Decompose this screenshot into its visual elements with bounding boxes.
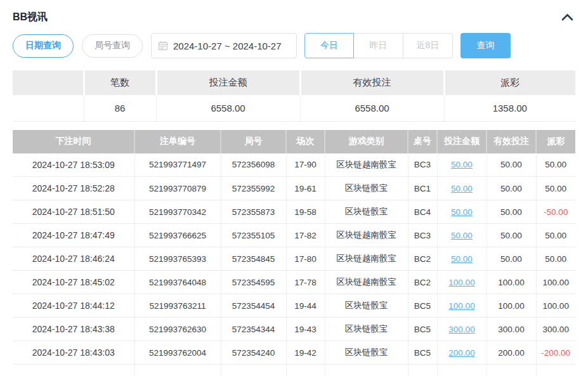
- cell-session: 19-58: [286, 200, 325, 224]
- cell-valid-bet: 50.00: [487, 177, 536, 200]
- cell-game-type: 区块链骰宝: [325, 177, 408, 200]
- cell-game-type: 区块链越南骰宝: [325, 271, 408, 294]
- cell-bet-time: 2024-10-27 18:52:28: [13, 177, 134, 200]
- cell-payout: 50.00: [536, 177, 575, 200]
- summary-total-row: 866558.006558.001358.00: [13, 95, 575, 121]
- cell-round-id: 572354845: [221, 247, 286, 271]
- bb-video-panel: BB视讯 日期查询 局号查询 2024-10-27 ~ 2024-10-27: [0, 0, 588, 376]
- cell-bet-time: 2024-10-27 18:43:03: [13, 341, 134, 365]
- bet-amount-link[interactable]: 50.00: [451, 207, 473, 217]
- cell-bet-amount: 50.00: [437, 200, 487, 224]
- detail-header-cell: 桌号: [408, 130, 437, 153]
- bet-amount-link[interactable]: 100.00: [448, 278, 474, 287]
- cell-payout: -50.00: [536, 200, 575, 224]
- cell-bet-id: 521993770342: [134, 200, 221, 224]
- table-row: 2024-10-27 18:47:49521993766625572355105…: [13, 224, 575, 247]
- empty-cell: [325, 365, 408, 376]
- cell-round-id: 572354595: [221, 271, 286, 294]
- summary-header-cell: 有效投注: [300, 70, 444, 95]
- cell-game-type: 区块链骰宝: [325, 318, 408, 341]
- cell-session: 17-90: [286, 153, 325, 177]
- detail-header-cell: 场次: [286, 130, 325, 153]
- empty-cell: [13, 365, 134, 376]
- cell-round-id: 572354240: [221, 341, 286, 365]
- table-row: 2024-10-27 18:51:50521993770342572355873…: [13, 200, 575, 224]
- cell-bet-amount: 50.00: [437, 224, 487, 247]
- empty-cell: [536, 365, 575, 376]
- cell-bet-id: 521993766625: [134, 224, 221, 247]
- cell-bet-id: 521993770879: [134, 177, 221, 200]
- cell-bet-time: 2024-10-27 18:53:09: [13, 153, 134, 177]
- cell-bet-time: 2024-10-27 18:45:02: [13, 271, 134, 294]
- detail-header-cell: 下注时间: [13, 130, 134, 153]
- bet-amount-link[interactable]: 200.00: [448, 348, 474, 358]
- summary-header-cell: 派彩: [444, 70, 575, 95]
- bet-amount-link[interactable]: 50.00: [451, 160, 473, 169]
- cell-payout: 100.00: [536, 294, 575, 318]
- cell-valid-bet: 50.00: [487, 247, 536, 271]
- cell-round-id: 572355873: [221, 200, 286, 224]
- bet-amount-link[interactable]: 50.00: [451, 231, 473, 240]
- table-row: 2024-10-27 18:53:09521993771497572356098…: [13, 153, 575, 177]
- bet-amount-link[interactable]: 300.00: [448, 325, 474, 334]
- query-mode-round-button[interactable]: 局号查询: [82, 34, 143, 58]
- summary-total-value: 1358.00: [444, 95, 575, 121]
- cell-valid-bet: 50.00: [487, 153, 536, 177]
- cell-bet-amount: 50.00: [437, 177, 487, 200]
- query-mode-date-button[interactable]: 日期查询: [13, 34, 74, 58]
- bet-amount-link[interactable]: 50.00: [451, 184, 473, 193]
- cell-round-id: 572354344: [221, 318, 286, 341]
- cell-bet-id: 521993764048: [134, 271, 221, 294]
- cell-round-id: 572355105: [221, 224, 286, 247]
- cell-game-type: 区块链骰宝: [325, 341, 408, 365]
- cell-table-no: BC3: [408, 224, 437, 247]
- cell-bet-id: 521993771497: [134, 153, 221, 177]
- quick-range-today-button[interactable]: 今日: [304, 33, 354, 58]
- cell-game-type: 区块链骰宝: [325, 294, 408, 318]
- cell-bet-amount: 300.00: [437, 318, 487, 341]
- cell-bet-time: 2024-10-27 18:44:12: [13, 294, 134, 318]
- empty-cell: [408, 365, 437, 376]
- cell-round-id: 572355992: [221, 177, 286, 200]
- date-range-picker[interactable]: 2024-10-27 ~ 2024-10-27: [151, 33, 297, 58]
- cell-bet-time: 2024-10-27 18:51:50: [13, 200, 134, 224]
- panel-header: BB视讯: [13, 8, 575, 26]
- cell-bet-amount: 200.00: [437, 341, 487, 365]
- cell-round-id: 572354454: [221, 294, 286, 318]
- empty-cell: [487, 365, 536, 376]
- summary-header-cell: 笔数: [84, 70, 156, 95]
- calendar-icon: [158, 41, 168, 51]
- cell-bet-id: 521993762630: [134, 318, 221, 341]
- summary-total-value: 6558.00: [300, 95, 444, 121]
- cell-payout: 100.00: [536, 271, 575, 294]
- detail-header-cell: 注单编号: [134, 130, 221, 153]
- summary-total-label: [13, 95, 84, 121]
- empty-cell: [221, 365, 286, 376]
- cell-bet-time: 2024-10-27 18:46:24: [13, 247, 134, 271]
- search-button[interactable]: 查询: [461, 33, 511, 58]
- quick-range-yesterday-button[interactable]: 昨日: [354, 33, 403, 58]
- cell-table-no: BC2: [408, 247, 437, 271]
- cell-table-no: BC3: [408, 153, 437, 177]
- cell-bet-time: 2024-10-27 18:47:49: [13, 224, 134, 247]
- table-row: 2024-10-27 18:43:38521993762630572354344…: [13, 318, 575, 341]
- quick-range-last8days-button[interactable]: 近8日: [403, 33, 453, 58]
- summary-total-value: 6558.00: [156, 95, 300, 121]
- summary-total-value: 86: [84, 95, 156, 121]
- detail-header-cell: 局号: [221, 130, 286, 153]
- empty-cell: [437, 365, 487, 376]
- cell-session: 19-61: [286, 177, 325, 200]
- cell-session: 17-78: [286, 271, 325, 294]
- table-row: 2024-10-27 18:52:28521993770879572355992…: [13, 177, 575, 200]
- cell-session: 19-44: [286, 294, 325, 318]
- bet-amount-link[interactable]: 100.00: [448, 301, 474, 311]
- table-row: 2024-10-27 18:45:02521993764048572354595…: [13, 271, 575, 294]
- cell-table-no: BC5: [408, 318, 437, 341]
- bet-amount-link[interactable]: 50.00: [451, 254, 473, 264]
- cell-payout: -200.00: [536, 341, 575, 365]
- collapse-button[interactable]: [559, 10, 575, 24]
- cell-bet-id: 521993762004: [134, 341, 221, 365]
- detail-table: 下注时间注单编号局号场次游戏类别桌号投注金额有效投注派彩 2024-10-27 …: [13, 130, 575, 376]
- table-row-partial: [13, 365, 575, 376]
- cell-bet-amount: 100.00: [437, 294, 487, 318]
